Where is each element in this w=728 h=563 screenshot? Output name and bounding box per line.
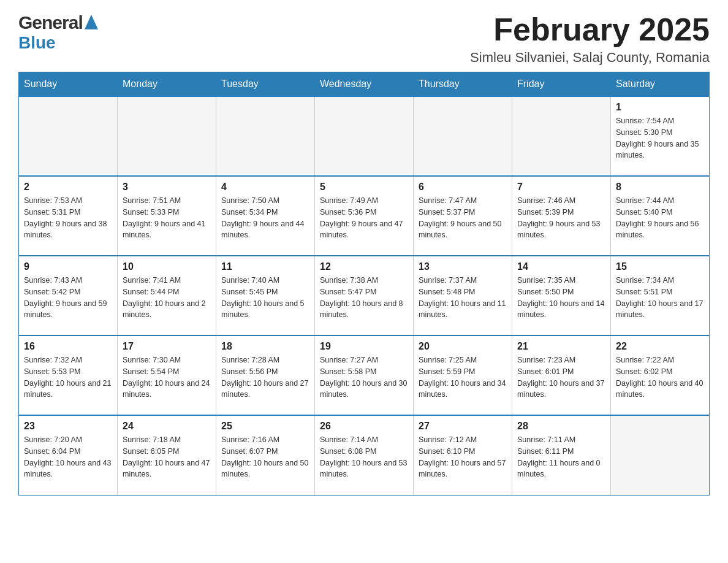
day-number: 14 bbox=[517, 261, 605, 272]
days-header-row: Sunday Monday Tuesday Wednesday Thursday… bbox=[19, 72, 710, 97]
day-info: Sunrise: 7:54 AMSunset: 5:30 PMDaylight:… bbox=[616, 115, 704, 161]
calendar-day: 13Sunrise: 7:37 AMSunset: 5:48 PMDayligh… bbox=[414, 256, 512, 335]
calendar-day bbox=[19, 96, 118, 176]
calendar-day bbox=[611, 415, 710, 495]
header-wednesday: Wednesday bbox=[315, 72, 414, 97]
calendar-day: 24Sunrise: 7:18 AMSunset: 6:05 PMDayligh… bbox=[118, 415, 216, 495]
calendar-day: 6Sunrise: 7:47 AMSunset: 5:37 PMDaylight… bbox=[414, 176, 512, 256]
calendar-day: 4Sunrise: 7:50 AMSunset: 5:34 PMDaylight… bbox=[216, 176, 315, 256]
logo-blue-text: Blue bbox=[18, 33, 56, 52]
day-info: Sunrise: 7:27 AMSunset: 5:58 PMDaylight:… bbox=[320, 354, 408, 400]
calendar-day: 2Sunrise: 7:53 AMSunset: 5:31 PMDaylight… bbox=[19, 176, 118, 256]
day-number: 28 bbox=[517, 421, 605, 432]
day-number: 3 bbox=[123, 182, 211, 193]
calendar-day bbox=[414, 96, 512, 176]
calendar-day: 14Sunrise: 7:35 AMSunset: 5:50 PMDayligh… bbox=[512, 256, 611, 335]
day-info: Sunrise: 7:49 AMSunset: 5:36 PMDaylight:… bbox=[320, 195, 408, 241]
calendar-day: 20Sunrise: 7:25 AMSunset: 5:59 PMDayligh… bbox=[414, 335, 512, 415]
calendar-day: 11Sunrise: 7:40 AMSunset: 5:45 PMDayligh… bbox=[216, 256, 315, 335]
day-number: 21 bbox=[517, 341, 605, 352]
calendar-day bbox=[512, 96, 611, 176]
day-info: Sunrise: 7:28 AMSunset: 5:56 PMDaylight:… bbox=[221, 354, 309, 400]
day-info: Sunrise: 7:44 AMSunset: 5:40 PMDaylight:… bbox=[616, 195, 704, 241]
calendar-subtitle: Simleu Silvaniei, Salaj County, Romania bbox=[470, 50, 710, 66]
calendar-week-5: 23Sunrise: 7:20 AMSunset: 6:04 PMDayligh… bbox=[19, 415, 710, 495]
calendar-day: 5Sunrise: 7:49 AMSunset: 5:36 PMDaylight… bbox=[315, 176, 414, 256]
page-header: General Blue February 2025 Simleu Silvan… bbox=[18, 12, 710, 66]
day-info: Sunrise: 7:50 AMSunset: 5:34 PMDaylight:… bbox=[221, 195, 309, 241]
calendar-day: 22Sunrise: 7:22 AMSunset: 6:02 PMDayligh… bbox=[611, 335, 710, 415]
day-info: Sunrise: 7:30 AMSunset: 5:54 PMDaylight:… bbox=[123, 354, 211, 400]
day-number: 13 bbox=[419, 261, 507, 272]
day-info: Sunrise: 7:14 AMSunset: 6:08 PMDaylight:… bbox=[320, 434, 408, 480]
day-info: Sunrise: 7:38 AMSunset: 5:47 PMDaylight:… bbox=[320, 275, 408, 321]
calendar-week-3: 9Sunrise: 7:43 AMSunset: 5:42 PMDaylight… bbox=[19, 256, 710, 335]
calendar-day: 7Sunrise: 7:46 AMSunset: 5:39 PMDaylight… bbox=[512, 176, 611, 256]
calendar-day: 23Sunrise: 7:20 AMSunset: 6:04 PMDayligh… bbox=[19, 415, 118, 495]
day-number: 5 bbox=[320, 182, 408, 193]
calendar-day: 9Sunrise: 7:43 AMSunset: 5:42 PMDaylight… bbox=[19, 256, 118, 335]
day-info: Sunrise: 7:16 AMSunset: 6:07 PMDaylight:… bbox=[221, 434, 309, 480]
day-info: Sunrise: 7:47 AMSunset: 5:37 PMDaylight:… bbox=[419, 195, 507, 241]
day-number: 11 bbox=[221, 261, 309, 272]
calendar-day: 17Sunrise: 7:30 AMSunset: 5:54 PMDayligh… bbox=[118, 335, 216, 415]
day-info: Sunrise: 7:53 AMSunset: 5:31 PMDaylight:… bbox=[24, 195, 112, 241]
day-info: Sunrise: 7:12 AMSunset: 6:10 PMDaylight:… bbox=[419, 434, 507, 480]
day-number: 6 bbox=[419, 182, 507, 193]
day-info: Sunrise: 7:32 AMSunset: 5:53 PMDaylight:… bbox=[24, 354, 112, 400]
calendar-day: 12Sunrise: 7:38 AMSunset: 5:47 PMDayligh… bbox=[315, 256, 414, 335]
calendar-day: 15Sunrise: 7:34 AMSunset: 5:51 PMDayligh… bbox=[611, 256, 710, 335]
calendar-day: 27Sunrise: 7:12 AMSunset: 6:10 PMDayligh… bbox=[414, 415, 512, 495]
day-info: Sunrise: 7:22 AMSunset: 6:02 PMDaylight:… bbox=[616, 354, 704, 400]
day-info: Sunrise: 7:11 AMSunset: 6:11 PMDaylight:… bbox=[517, 434, 605, 480]
calendar-day: 1Sunrise: 7:54 AMSunset: 5:30 PMDaylight… bbox=[611, 96, 710, 176]
day-number: 22 bbox=[616, 341, 704, 352]
calendar-title: February 2025 bbox=[470, 12, 710, 47]
calendar-day bbox=[315, 96, 414, 176]
day-number: 26 bbox=[320, 421, 408, 432]
day-number: 15 bbox=[616, 261, 704, 272]
day-info: Sunrise: 7:23 AMSunset: 6:01 PMDaylight:… bbox=[517, 354, 605, 400]
day-number: 24 bbox=[123, 421, 211, 432]
day-number: 19 bbox=[320, 341, 408, 352]
day-info: Sunrise: 7:35 AMSunset: 5:50 PMDaylight:… bbox=[517, 275, 605, 321]
header-friday: Friday bbox=[512, 72, 611, 97]
day-number: 17 bbox=[123, 341, 211, 352]
header-thursday: Thursday bbox=[414, 72, 512, 97]
calendar-day bbox=[118, 96, 216, 176]
day-info: Sunrise: 7:41 AMSunset: 5:44 PMDaylight:… bbox=[123, 275, 211, 321]
logo-general: General bbox=[18, 12, 83, 33]
calendar-day: 19Sunrise: 7:27 AMSunset: 5:58 PMDayligh… bbox=[315, 335, 414, 415]
header-tuesday: Tuesday bbox=[216, 72, 315, 97]
day-number: 2 bbox=[24, 182, 112, 193]
title-section: February 2025 Simleu Silvaniei, Salaj Co… bbox=[470, 12, 710, 66]
day-number: 12 bbox=[320, 261, 408, 272]
day-number: 25 bbox=[221, 421, 309, 432]
day-number: 10 bbox=[123, 261, 211, 272]
calendar-day: 25Sunrise: 7:16 AMSunset: 6:07 PMDayligh… bbox=[216, 415, 315, 495]
header-monday: Monday bbox=[118, 72, 216, 97]
calendar-day: 3Sunrise: 7:51 AMSunset: 5:33 PMDaylight… bbox=[118, 176, 216, 256]
day-info: Sunrise: 7:20 AMSunset: 6:04 PMDaylight:… bbox=[24, 434, 112, 480]
day-info: Sunrise: 7:40 AMSunset: 5:45 PMDaylight:… bbox=[221, 275, 309, 321]
day-number: 9 bbox=[24, 261, 112, 272]
calendar-day bbox=[216, 96, 315, 176]
day-number: 8 bbox=[616, 182, 704, 193]
day-number: 20 bbox=[419, 341, 507, 352]
day-info: Sunrise: 7:18 AMSunset: 6:05 PMDaylight:… bbox=[123, 434, 211, 480]
day-number: 27 bbox=[419, 421, 507, 432]
day-number: 23 bbox=[24, 421, 112, 432]
calendar-week-2: 2Sunrise: 7:53 AMSunset: 5:31 PMDaylight… bbox=[19, 176, 710, 256]
calendar-day: 10Sunrise: 7:41 AMSunset: 5:44 PMDayligh… bbox=[118, 256, 216, 335]
calendar-day: 8Sunrise: 7:44 AMSunset: 5:40 PMDaylight… bbox=[611, 176, 710, 256]
day-info: Sunrise: 7:43 AMSunset: 5:42 PMDaylight:… bbox=[24, 275, 112, 321]
day-number: 1 bbox=[616, 102, 704, 113]
day-info: Sunrise: 7:37 AMSunset: 5:48 PMDaylight:… bbox=[419, 275, 507, 321]
day-info: Sunrise: 7:34 AMSunset: 5:51 PMDaylight:… bbox=[616, 275, 704, 321]
logo-triangle-icon bbox=[83, 13, 99, 32]
calendar-day: 16Sunrise: 7:32 AMSunset: 5:53 PMDayligh… bbox=[19, 335, 118, 415]
calendar-day: 26Sunrise: 7:14 AMSunset: 6:08 PMDayligh… bbox=[315, 415, 414, 495]
day-info: Sunrise: 7:25 AMSunset: 5:59 PMDaylight:… bbox=[419, 354, 507, 400]
calendar-day: 21Sunrise: 7:23 AMSunset: 6:01 PMDayligh… bbox=[512, 335, 611, 415]
calendar-day: 28Sunrise: 7:11 AMSunset: 6:11 PMDayligh… bbox=[512, 415, 611, 495]
